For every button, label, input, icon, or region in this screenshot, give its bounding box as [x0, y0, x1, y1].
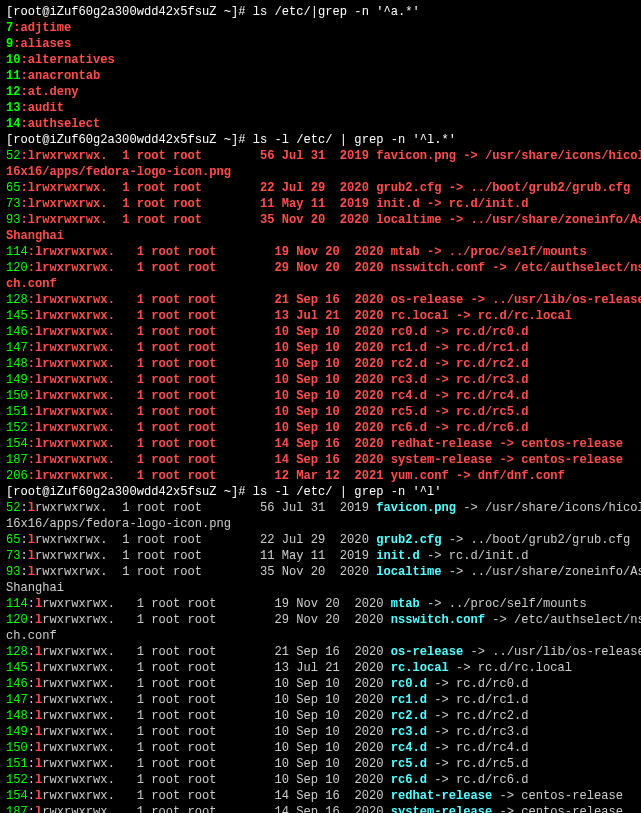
meta: 10 Sep 10 2020	[217, 677, 391, 691]
perm-l: l	[28, 549, 35, 563]
line-number: 147	[6, 341, 28, 355]
perm: rwxrwxrwx. 1 root root	[42, 741, 216, 755]
link-target: -> rc.d/rc.local	[449, 661, 572, 675]
link-name: redhat-release	[391, 789, 493, 803]
ls-row-continuation: Shanghai	[6, 580, 635, 596]
perm: rwxrwxrwx. 1 root root	[42, 725, 216, 739]
link-target: -> rc.d/rc5.d	[427, 757, 529, 771]
shell-prompt: [root@iZuf60g2a300wdd42x5fsuZ ~]#	[6, 485, 253, 499]
link-name: localtime	[376, 565, 441, 579]
perm: rwxrwxrwx. 1 root root	[35, 197, 202, 211]
meta: 56 Jul 31 2019	[202, 501, 376, 515]
match-text: :anacrontab	[21, 69, 101, 83]
perm-l: l	[28, 533, 35, 547]
link-target: -> rc.d/rc4.d	[427, 389, 529, 403]
line-number: 206	[6, 469, 28, 483]
line-number: 13	[6, 101, 21, 115]
meta: 22 Jul 29 2020	[202, 181, 376, 195]
perm: rwxrwxrwx. 1 root root	[35, 501, 202, 515]
meta: 35 Nov 20 2020	[202, 565, 376, 579]
perm: rwxrwxrwx. 1 root root	[42, 693, 216, 707]
link-name: rc1.d	[391, 341, 427, 355]
link-target: -> rc.d/rc3.d	[427, 373, 529, 387]
meta: 13 Jul 21 2020	[217, 309, 391, 323]
line-number: 65	[6, 181, 21, 195]
link-name: os-release	[391, 645, 464, 659]
line-number: 145	[6, 309, 28, 323]
link-target: -> rc.d/rc0.d	[427, 677, 529, 691]
meta: 22 Jul 29 2020	[202, 533, 376, 547]
line-number: 93	[6, 213, 21, 227]
command-1: ls /etc/|grep -n '^a.*'	[253, 5, 420, 19]
link-target: -> ../usr/lib/os-release	[463, 645, 641, 659]
match-text: :aliases	[13, 37, 71, 51]
grep-result-line: 13:audit	[6, 100, 635, 116]
line-number: 73	[6, 197, 21, 211]
prompt-line[interactable]: [root@iZuf60g2a300wdd42x5fsuZ ~]# ls -l …	[6, 484, 635, 500]
line-number: 10	[6, 53, 21, 67]
link-name: favicon.png	[376, 501, 456, 515]
link-name: rc0.d	[391, 325, 427, 339]
link-name: localtime	[376, 213, 441, 227]
line-number: 52	[6, 149, 21, 163]
link-target: -> ../boot/grub2/grub.cfg	[441, 533, 630, 547]
match-text: :authselect	[21, 117, 101, 131]
continuation: Shanghai	[6, 229, 64, 243]
prompt-line[interactable]: [root@iZuf60g2a300wdd42x5fsuZ ~]# ls -l …	[6, 132, 635, 148]
link-target: -> rc.d/rc1.d	[427, 693, 529, 707]
continuation: 16x16/apps/fedora-logo-icon.png	[6, 165, 231, 179]
ls-row: 145:lrwxrwxrwx. 1 root root 13 Jul 21 20…	[6, 660, 635, 676]
line-number: 145	[6, 661, 28, 675]
meta: 14 Sep 16 2020	[217, 453, 391, 467]
perm: rwxrwxrwx. 1 root root	[42, 389, 216, 403]
line-number: 65	[6, 533, 21, 547]
ls-row-continuation: 16x16/apps/fedora-logo-icon.png	[6, 516, 635, 532]
link-name: rc2.d	[391, 357, 427, 371]
perm-l: l	[28, 501, 35, 515]
perm: rwxrwxrwx. 1 root root	[42, 645, 216, 659]
link-name: rc1.d	[391, 693, 427, 707]
meta: 14 Sep 16 2020	[217, 437, 391, 451]
perm: rwxrwxrwx. 1 root root	[42, 245, 216, 259]
perm: rwxrwxrwx. 1 root root	[35, 533, 202, 547]
ls-row: 148:lrwxrwxrwx. 1 root root 10 Sep 10 20…	[6, 356, 635, 372]
continuation: Shanghai	[6, 581, 64, 595]
link-name: system-release	[391, 805, 493, 813]
line-number: 150	[6, 741, 28, 755]
ls-row: 187:lrwxrwxrwx. 1 root root 14 Sep 16 20…	[6, 452, 635, 468]
ls-row: 52:lrwxrwxrwx. 1 root root 56 Jul 31 201…	[6, 148, 635, 164]
link-name: redhat-release	[391, 437, 493, 451]
link-target: -> centos-release	[492, 805, 623, 813]
perm: rwxrwxrwx. 1 root root	[42, 469, 216, 483]
match-text: :audit	[21, 101, 65, 115]
meta: 10 Sep 10 2020	[217, 325, 391, 339]
perm: rwxrwxrwx. 1 root root	[42, 325, 216, 339]
shell-prompt: [root@iZuf60g2a300wdd42x5fsuZ ~]#	[6, 5, 253, 19]
link-target: -> rc.d/rc5.d	[427, 405, 529, 419]
ls-row: 114:lrwxrwxrwx. 1 root root 19 Nov 20 20…	[6, 244, 635, 260]
perm: rwxrwxrwx. 1 root root	[35, 149, 202, 163]
meta: 10 Sep 10 2020	[217, 741, 391, 755]
meta: 19 Nov 20 2020	[217, 245, 391, 259]
meta: 13 Jul 21 2020	[217, 661, 391, 675]
ls-row: 120:lrwxrwxrwx. 1 root root 29 Nov 20 20…	[6, 260, 635, 276]
link-target: -> ../usr/share/zoneinfo/Asia/	[441, 565, 641, 579]
link-target: -> rc.d/rc6.d	[427, 773, 529, 787]
link-name: rc4.d	[391, 389, 427, 403]
link-name: mtab	[391, 597, 420, 611]
ls-row: 73:lrwxrwxrwx. 1 root root 11 May 11 201…	[6, 548, 635, 564]
meta: 10 Sep 10 2020	[217, 773, 391, 787]
ls-row: 187:lrwxrwxrwx. 1 root root 14 Sep 16 20…	[6, 804, 635, 813]
terminal[interactable]: [root@iZuf60g2a300wdd42x5fsuZ ~]# ls /et…	[0, 0, 641, 813]
line-number: 147	[6, 693, 28, 707]
grep-result-line: 12:at.deny	[6, 84, 635, 100]
ls-row: 152:lrwxrwxrwx. 1 root root 10 Sep 10 20…	[6, 420, 635, 436]
prompt-line[interactable]: [root@iZuf60g2a300wdd42x5fsuZ ~]# ls /et…	[6, 4, 635, 20]
line-number: 149	[6, 373, 28, 387]
continuation: ch.conf	[6, 629, 57, 643]
link-target: -> rc.d/rc2.d	[427, 357, 529, 371]
line-number: 149	[6, 725, 28, 739]
link-target: -> rc.d/rc.local	[449, 309, 572, 323]
link-target: -> /etc/authselect/nsswit	[485, 261, 641, 275]
link-name: nsswitch.conf	[391, 613, 485, 627]
